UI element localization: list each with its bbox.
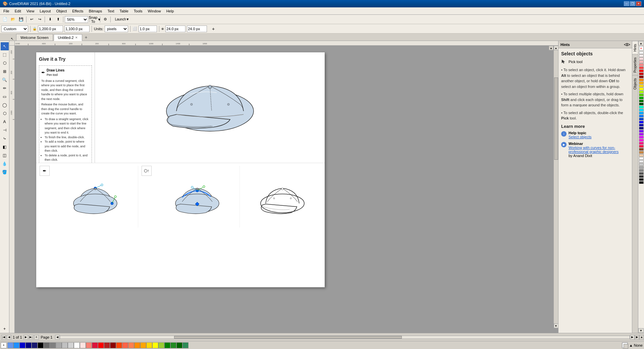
menu-help[interactable]: Help xyxy=(164,8,177,14)
width-input[interactable] xyxy=(38,26,63,32)
new-button[interactable]: 📄 xyxy=(1,16,9,23)
undo-button[interactable]: ↩ xyxy=(28,16,35,23)
palette-no-fill[interactable]: ✕ xyxy=(639,46,644,51)
bottom-swatch[interactable] xyxy=(32,342,38,348)
swatch[interactable] xyxy=(639,76,644,78)
x-input[interactable] xyxy=(165,26,185,32)
swatch[interactable] xyxy=(639,112,644,114)
launch-button[interactable]: Launch ▼ xyxy=(112,16,132,23)
canvas-content[interactable]: -200 200 600 1000 Give xyxy=(9,46,558,333)
swatch[interactable] xyxy=(639,160,644,163)
zoom-select[interactable]: 56% 100% 200% xyxy=(65,16,88,23)
height-input[interactable] xyxy=(64,26,90,32)
bottom-swatch[interactable] xyxy=(164,342,170,348)
bottom-swatch[interactable] xyxy=(116,342,122,348)
scroll-expand-right[interactable]: ▶ xyxy=(635,335,639,340)
bottom-swatch[interactable] xyxy=(44,342,50,348)
tab-hints[interactable]: Hints xyxy=(632,41,638,54)
webinar-link[interactable]: Working with curves for non-professional… xyxy=(569,146,629,154)
swatch[interactable] xyxy=(639,79,644,81)
swatch[interactable] xyxy=(639,127,644,130)
menu-layout[interactable]: Layout xyxy=(37,8,53,14)
scroll-thumb-h[interactable] xyxy=(174,336,402,339)
bottom-swatch[interactable] xyxy=(98,342,104,348)
outline-color-box[interactable] xyxy=(624,344,628,349)
swatch[interactable] xyxy=(639,136,644,139)
zoom-tool[interactable]: 🔍 xyxy=(1,76,9,84)
swatch[interactable] xyxy=(639,100,644,102)
page-next-button[interactable]: ▶ xyxy=(23,335,28,340)
export-button[interactable]: ⬆ xyxy=(54,16,62,23)
close-button[interactable]: ✕ xyxy=(636,1,641,6)
menu-window[interactable]: Window xyxy=(145,8,164,14)
swatch[interactable] xyxy=(639,172,644,175)
tab-objects[interactable]: Objects xyxy=(632,75,638,92)
bottom-swatch[interactable] xyxy=(170,342,176,348)
menu-effects[interactable]: Effects xyxy=(69,8,86,14)
swatch[interactable] xyxy=(639,169,644,172)
crop-tool[interactable]: ⊞ xyxy=(1,67,9,76)
menu-text[interactable]: Text xyxy=(105,8,117,14)
palette-scroll-up[interactable]: ▲ xyxy=(638,41,644,46)
bottom-swatch[interactable] xyxy=(158,342,164,348)
bottom-swatch[interactable] xyxy=(74,342,80,348)
tab-add-button[interactable]: + xyxy=(83,34,90,41)
swatch[interactable] xyxy=(639,178,644,181)
swatch[interactable] xyxy=(639,63,644,66)
bottom-swatch[interactable] xyxy=(25,342,32,348)
swatch[interactable] xyxy=(639,166,644,169)
freehand-pick-tool[interactable]: ⬚ xyxy=(1,51,9,59)
swatch[interactable] xyxy=(639,57,644,60)
palette-scroll-down[interactable]: ▼ xyxy=(638,328,644,333)
scroll-down-button[interactable]: ▼ xyxy=(554,323,558,328)
bottom-swatch[interactable] xyxy=(56,342,62,348)
y-input[interactable] xyxy=(187,26,207,32)
page-last-button[interactable]: ▶| xyxy=(29,335,34,340)
save-button[interactable]: 💾 xyxy=(17,16,25,23)
options-button[interactable]: ⚙ xyxy=(102,16,109,23)
bottom-swatch[interactable] xyxy=(182,342,189,348)
color-eye-tool[interactable]: 💧 xyxy=(1,160,9,168)
swatch[interactable] xyxy=(639,54,644,57)
swatch[interactable] xyxy=(639,175,644,178)
tab-untitled2[interactable]: Untitled-2 ✕ xyxy=(54,34,82,41)
swatch[interactable] xyxy=(639,181,644,184)
menu-file[interactable]: File xyxy=(1,8,12,14)
page-first-button[interactable]: |◀ xyxy=(1,335,6,340)
menu-bitmaps[interactable]: Bitmaps xyxy=(86,8,105,14)
bottom-swatch[interactable] xyxy=(38,342,44,348)
swatch[interactable] xyxy=(639,133,644,136)
swatch[interactable] xyxy=(639,130,644,133)
swatch[interactable] xyxy=(639,51,644,54)
redo-button[interactable]: ↪ xyxy=(36,16,43,23)
swatch[interactable] xyxy=(639,60,644,63)
connector-tool[interactable]: ⤷ xyxy=(1,135,9,143)
swatch[interactable] xyxy=(639,142,644,145)
bottom-swatch[interactable] xyxy=(134,342,140,348)
scroll-right-button[interactable]: ▶ xyxy=(630,335,635,340)
bottom-swatch[interactable] xyxy=(13,342,19,348)
window-controls[interactable]: ─ ❐ ✕ xyxy=(624,1,641,6)
bottom-swatch[interactable] xyxy=(140,342,146,348)
add-page-nav-button[interactable]: + xyxy=(34,335,39,340)
expand-toolbox[interactable]: + xyxy=(1,325,9,333)
swatch[interactable] xyxy=(639,157,644,160)
outline-input[interactable] xyxy=(139,26,157,32)
curve-tool[interactable]: ✏ xyxy=(1,84,9,92)
swatch[interactable] xyxy=(639,91,644,93)
menu-object[interactable]: Object xyxy=(53,8,69,14)
preset-select[interactable]: Custom xyxy=(1,26,28,32)
ellipse-tool[interactable]: ◯ xyxy=(1,101,9,109)
swatch[interactable] xyxy=(639,106,644,108)
swatch[interactable] xyxy=(639,121,644,123)
bottom-swatch[interactable] xyxy=(110,342,116,348)
interactive-fill[interactable]: 🪣 xyxy=(1,168,9,176)
swatch[interactable] xyxy=(639,82,644,84)
swatch[interactable] xyxy=(639,69,644,72)
shadow-tool[interactable]: ◧ xyxy=(1,143,9,151)
bottom-swatch[interactable] xyxy=(50,342,56,348)
page-expand-btn[interactable]: ▲ xyxy=(549,46,553,50)
menu-table[interactable]: Table xyxy=(117,8,131,14)
scroll-thumb-v[interactable] xyxy=(554,78,558,159)
swatch[interactable] xyxy=(639,72,644,75)
